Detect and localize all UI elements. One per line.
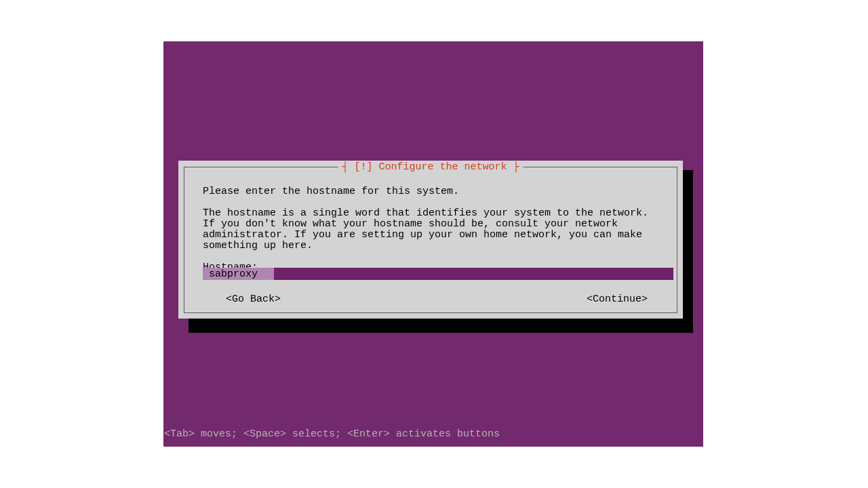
hostname-input[interactable]: sabproxy <box>203 268 673 280</box>
description-text: The hostname is a single word that ident… <box>203 208 658 251</box>
hostname-value: sabproxy <box>208 268 258 280</box>
input-caret <box>258 268 274 280</box>
input-leading-space <box>203 268 208 280</box>
dialog-title: ┤ [!] Configure the network ├ <box>338 161 523 173</box>
dialog: ┤ [!] Configure the network ├ Please ent… <box>178 161 683 319</box>
continue-button[interactable]: <Continue> <box>587 293 648 305</box>
dialog-content: Please enter the hostname for this syste… <box>203 186 658 280</box>
installer-screen: ┤ [!] Configure the network ├ Please ent… <box>163 41 703 447</box>
prompt-text: Please enter the hostname for this syste… <box>203 186 658 197</box>
keyboard-hints: <Tab> moves; <Space> selects; <Enter> ac… <box>163 428 500 440</box>
nav-buttons: <Go Back> <Continue> <box>226 293 648 305</box>
go-back-button[interactable]: <Go Back> <box>226 293 281 305</box>
